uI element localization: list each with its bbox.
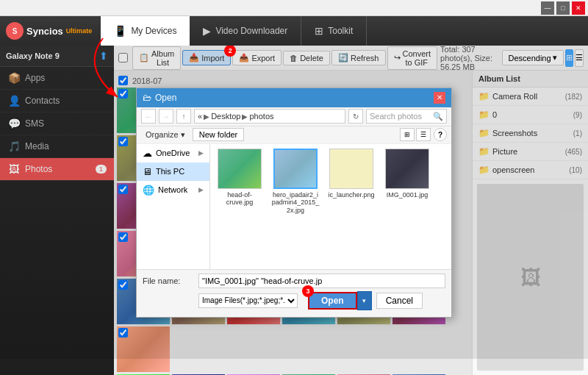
breadcrumb-refresh[interactable]: ↻: [348, 109, 363, 124]
minimize-button[interactable]: —: [541, 1, 554, 15]
nav-bar: S Syncios Ultimate 📱 My Devices ▶ Video …: [0, 16, 588, 46]
file-thumb-head-cruve: [218, 149, 262, 189]
tab-video-downloader[interactable]: ▶ Video Downloader: [190, 16, 301, 46]
breadcrumb-photos: photos: [249, 112, 273, 121]
file-label-ic-launcher: ic_launcher.png: [328, 191, 374, 199]
file-item-head-cruve[interactable]: head-of-cruve.jpg: [215, 149, 265, 215]
close-button[interactable]: ✕: [572, 1, 585, 15]
cloud-icon: ☁: [143, 148, 152, 159]
breadcrumb-desktop: Desktop: [211, 112, 240, 121]
dialog-actions: Open ▾ 3 Cancel: [308, 291, 423, 310]
tab-my-devices-label: My Devices: [131, 26, 176, 36]
filetype-select[interactable]: Image Files(*.jpg;*.jpeg;*.png;*.: [198, 293, 298, 308]
new-folder-button[interactable]: New folder: [193, 128, 245, 141]
dialog-content: ☁ OneDrive ▶ 🖥 This PC 🌐 Network ▶: [137, 144, 451, 269]
search-icon[interactable]: 🔍: [433, 112, 443, 121]
phone-icon: 📱: [114, 25, 126, 37]
filename-label: File name:: [143, 276, 194, 285]
breadcrumb-arrow: ▶: [242, 113, 248, 121]
open-button[interactable]: Open: [308, 292, 357, 310]
logo-icon: S: [6, 22, 24, 40]
dialog-nav: ← → ↑ « ▶ Desktop ▶ photos ↻ Search phot…: [137, 107, 451, 126]
open-button-group: Open ▾ 3: [308, 291, 372, 310]
dialog-close-button[interactable]: ✕: [434, 92, 445, 104]
organize-button[interactable]: Organize ▾: [141, 129, 190, 141]
file-main: head-of-cruve.jpg hero_ipadair2_i padmin…: [210, 144, 451, 269]
file-item-hero-ipad[interactable]: hero_ipadair2_i padmin4_2015_2x.jpg: [270, 149, 320, 215]
logo: S Syncios Ultimate: [6, 22, 92, 40]
expand-icon: ▶: [198, 186, 204, 193]
expand-icon: ▶: [198, 149, 204, 157]
onedrive-label: OneDrive: [156, 149, 190, 157]
network-icon: 🌐: [143, 185, 154, 196]
dialog-toolbar: Organize ▾ New folder ⊞ ☰ ?: [137, 126, 451, 144]
breadcrumb-arrow: ▶: [204, 113, 209, 121]
file-label-img-0001: IMG_0001.jpg: [387, 191, 429, 199]
help-button[interactable]: ?: [434, 128, 447, 141]
file-label-head-cruve: head-of-cruve.jpg: [215, 191, 265, 207]
open-dropdown-button[interactable]: ▾: [357, 291, 372, 310]
filetype-row: Image Files(*.jpg;*.jpeg;*.png;*. Open ▾…: [143, 291, 445, 310]
file-item-img-0001[interactable]: IMG_0001.jpg: [382, 149, 432, 215]
annotation-3: 3: [302, 285, 314, 297]
open-file-dialog: 🗁 Open ✕ ← → ↑ « ▶ Desktop ▶ photos ↻ Se…: [136, 88, 452, 318]
tab-toolkit-label: Toolkit: [328, 26, 353, 36]
filename-input[interactable]: [198, 274, 445, 288]
tab-toolkit[interactable]: ⊞ Toolkit: [301, 16, 367, 46]
file-label-hero-ipad: hero_ipadair2_i padmin4_2015_2x.jpg: [270, 191, 320, 215]
view-buttons: ⊞ ☰: [400, 128, 431, 141]
this-pc-label: This PC: [156, 167, 184, 176]
grid-icon: ⊞: [315, 25, 323, 37]
dialog-footer: File name: Image Files(*.jpg;*.jpeg;*.pn…: [137, 269, 451, 317]
dialog-title: 🗁 Open: [143, 93, 176, 103]
tab-my-devices[interactable]: 📱 My Devices: [101, 16, 190, 46]
dialog-title-bar: 🗁 Open ✕: [137, 88, 451, 107]
file-thumb-img-0001: [385, 149, 429, 189]
file-nav: ☁ OneDrive ▶ 🖥 This PC 🌐 Network ▶: [137, 144, 210, 269]
details-view-icon-button[interactable]: ☰: [416, 128, 431, 141]
back-button[interactable]: ←: [141, 109, 156, 124]
network-label: Network: [158, 185, 187, 194]
file-thumb-hero-ipad: [273, 149, 318, 189]
file-item-ic-launcher[interactable]: ic_launcher.png: [326, 149, 376, 215]
play-icon: ▶: [203, 25, 211, 37]
file-grid: head-of-cruve.jpg hero_ipadair2_i padmin…: [215, 149, 447, 215]
cancel-button[interactable]: Cancel: [376, 293, 423, 309]
dialog-folder-icon: 🗁: [143, 93, 151, 103]
up-button[interactable]: ↑: [176, 109, 191, 124]
breadcrumb-icon: «: [198, 112, 202, 121]
forward-button[interactable]: →: [159, 109, 173, 124]
file-nav-onedrive[interactable]: ☁ OneDrive ▶: [137, 144, 209, 162]
filename-row: File name:: [143, 274, 445, 288]
search-placeholder: Search photos: [370, 112, 433, 121]
computer-icon: 🖥: [143, 166, 152, 177]
title-bar: — □ ✕: [0, 0, 588, 16]
breadcrumb[interactable]: « ▶ Desktop ▶ photos: [194, 109, 345, 124]
tab-video-downloader-label: Video Downloader: [215, 26, 287, 36]
grid-view-icon-button[interactable]: ⊞: [400, 128, 415, 141]
logo-text: Syncios: [26, 26, 63, 37]
logo-sub: Ultimate: [66, 27, 93, 35]
dialog-title-text: Open: [155, 93, 176, 103]
file-nav-network[interactable]: 🌐 Network ▶: [137, 181, 209, 199]
file-thumb-ic-launcher: [329, 149, 373, 189]
search-box: Search photos 🔍: [366, 109, 447, 124]
file-nav-this-pc[interactable]: 🖥 This PC: [137, 162, 209, 181]
maximize-button[interactable]: □: [556, 1, 570, 15]
dialog-overlay: 🗁 Open ✕ ← → ↑ « ▶ Desktop ▶ photos ↻ Se…: [0, 46, 588, 359]
